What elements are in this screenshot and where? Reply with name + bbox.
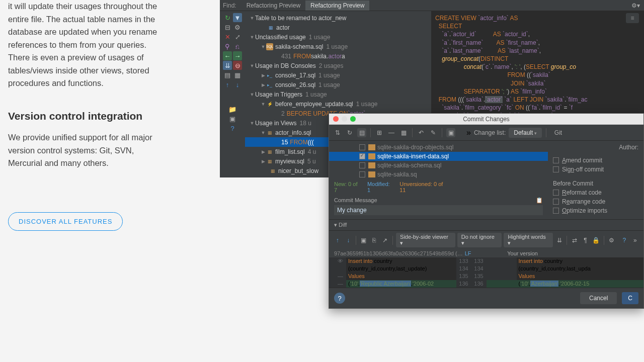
edit-source-icon[interactable]: ↗ [381,236,389,245]
diff-header[interactable]: ▾ Diff [329,219,643,230]
whitespace-icon[interactable]: ¶ [581,236,590,245]
show-diff-icon[interactable]: ⇅ [333,128,342,137]
highlight-dropdown[interactable]: Highlight words ▾ [504,233,553,247]
gear-icon[interactable]: ⚙▾ [631,2,640,9]
rerun-icon[interactable]: ↻ [223,13,232,22]
tree-console-17[interactable]: console_17.sql [275,72,315,79]
preview-settings-icon[interactable]: ≡ [626,13,639,23]
collapse-icon[interactable]: ⇊ [223,61,232,70]
checkbox[interactable] [359,144,365,150]
checkbox[interactable] [553,157,559,163]
commit-button[interactable]: C [622,292,638,304]
line-number: 2 [281,110,285,117]
group-icon[interactable]: ⎌ [233,42,242,51]
history-icon[interactable]: 📋 [536,197,543,204]
collapse-unchanged-icon[interactable]: ⇊ [555,236,564,245]
dialog-titlebar[interactable]: Commit Changes [329,114,643,125]
close-icon[interactable]: ⊟ [223,23,232,32]
open-icon[interactable]: ▣ [359,236,368,245]
lock-icon[interactable]: 🔒 [592,236,600,245]
cancel-icon[interactable]: ✕ [223,32,232,41]
usage-count: 1 usage [318,81,340,88]
commit-file[interactable]: sqlite-sakila-schema.sql [377,162,441,169]
prev-diff-icon[interactable]: ↑ [333,236,342,245]
tree-views[interactable]: Usage in Views [255,120,297,127]
tree-before-employee[interactable]: before_employee_update.sql [275,101,353,108]
chevron-right-icon[interactable] [260,73,266,78]
chevron-down-icon[interactable] [249,92,255,97]
help-icon[interactable]: ? [620,236,628,245]
folder-icon[interactable]: 📁 [228,105,237,114]
tree-sakila-schema[interactable]: sakila-schema.sql [275,43,323,50]
tree-myview[interactable]: myview.sql [275,158,304,165]
more-icon[interactable]: » [631,236,639,245]
tree-item-actor[interactable]: actor [276,24,290,31]
chevron-down-icon[interactable] [249,16,255,21]
line-ending[interactable]: LF [465,250,471,256]
todo-icon[interactable]: ▣ [228,114,237,123]
expand-icon[interactable]: ⤢ [233,32,242,41]
commit-message-input[interactable]: My change [334,205,543,215]
discover-all-features-button[interactable]: DISCOVER ALL FEATURES [8,212,123,231]
remove-icon[interactable]: ⊖ [233,61,242,70]
export-icon[interactable]: ▤ [223,70,232,79]
help-icon[interactable]: ? [228,124,237,133]
whitespace-dropdown[interactable]: Do not ignore ▾ [457,233,502,247]
filter-icon[interactable]: ▼ [233,13,242,22]
checkbox[interactable] [553,208,559,214]
preview-icon[interactable]: ▦ [233,70,242,79]
tree-actor-info[interactable]: actor_info.sql [275,129,311,136]
module-icon[interactable]: ▣ [446,128,455,137]
tree-db-consoles[interactable]: Usage in DB Consoles [255,62,316,69]
group-icon[interactable]: ▤ [357,128,366,137]
collapse-all-icon[interactable]: — [387,128,396,137]
back-icon[interactable]: ← [223,51,232,60]
help-button[interactable]: ? [334,293,345,304]
chevron-right-icon[interactable] [260,159,266,164]
refresh-icon[interactable]: ↻ [345,128,354,137]
tree-icon[interactable]: ▦ [399,128,408,137]
diff-viewer[interactable]: 👁Insert into country (country_id,country… [329,257,643,288]
next-diff-icon[interactable]: ↓ [344,236,352,245]
checkbox[interactable] [553,199,559,205]
commit-file-selected[interactable]: sqlite-sakila-insert-data.sql [377,153,449,160]
chevron-down-icon[interactable] [260,130,266,135]
tab-refactoring-preview-2[interactable]: Refactoring Preview [305,1,369,11]
tree-unclassified[interactable]: Unclassified usage [255,34,306,41]
tree-nicer-but-slow[interactable]: nicer_but_slow [278,167,318,174]
expand-all-icon[interactable]: ⊞ [375,128,384,137]
gear-icon[interactable]: ⚙ [607,236,616,245]
edit-icon[interactable]: ✎ [429,128,438,137]
forward-icon[interactable]: → [233,51,242,60]
checkbox[interactable] [359,162,365,168]
copy-icon[interactable]: ⎘ [370,236,378,245]
viewer-mode-dropdown[interactable]: Side-by-side viewer ▾ [396,233,455,247]
chevron-down-icon[interactable] [249,35,255,40]
up-arrow-icon[interactable]: ↑ [223,80,232,89]
chevron-down-icon[interactable] [260,102,266,107]
chevron-right-icon[interactable] [260,149,266,154]
commit-file-tree[interactable]: sqlite-sakila-drop-objects.sql sqlite-sa… [329,141,548,219]
tree-triggers[interactable]: Usage in Triggers [255,91,302,98]
tree-root[interactable]: Table to be renamed to actor_new [255,15,346,22]
settings-icon[interactable]: ⚙ [233,23,242,32]
pin-icon[interactable]: ⚲ [223,42,232,51]
checkbox[interactable] [553,190,559,196]
tree-console-26[interactable]: console_26.sql [275,81,315,88]
checkbox[interactable] [553,166,559,172]
revert-icon[interactable]: ↶ [417,128,426,137]
down-arrow-icon[interactable]: ↓ [233,80,242,89]
chevron-right-icon[interactable] [260,82,266,87]
chevron-down-icon[interactable] [249,63,255,68]
chevron-down-icon[interactable] [260,44,266,49]
commit-file[interactable]: sqlite-sakila.sq [377,171,417,178]
tree-film-list[interactable]: film_list.sql [275,148,305,155]
commit-file[interactable]: sqlite-sakila-drop-objects.sql [377,144,453,151]
changelist-dropdown[interactable]: Default [509,128,542,138]
checkbox-checked[interactable] [359,153,365,159]
tab-refactoring-preview-1[interactable]: Refactoring Preview [242,1,305,11]
cancel-button[interactable]: Cancel [580,292,617,304]
sync-scroll-icon[interactable]: ⇄ [570,236,579,245]
checkbox[interactable] [359,171,365,177]
chevron-down-icon[interactable] [249,121,255,126]
